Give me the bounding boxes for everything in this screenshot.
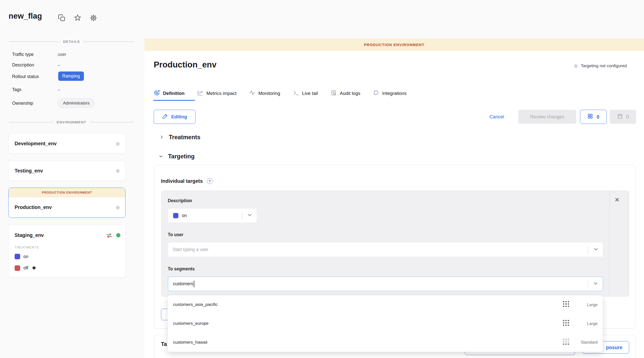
to-segments-combobox[interactable]: customers [168,276,603,291]
traffic-swap-icon [106,233,113,239]
treatment-select[interactable]: on [168,208,257,223]
star-icon[interactable] [74,14,81,22]
treatment-on-row: on [15,254,28,259]
puzzle-icon [373,90,379,97]
env-status-dot [116,142,120,146]
segment-option[interactable]: customers_hawaii Standard [168,333,603,352]
tab-label: Audit logs [340,91,360,96]
audit-document-icon [331,90,337,97]
environment-section-divider: ENVIRONMENT [9,120,134,124]
changes-counter-button[interactable]: 0 [580,110,607,124]
segment-option[interactable]: customers_asia_pacific Large [168,295,603,314]
production-environment-strip: PRODUCTION ENVIRONMENT [9,188,125,197]
status-dot-icon [574,64,578,68]
individual-target-card: ✕ Description on To user To segments cus… [161,190,629,297]
scheduled-count: 0 [626,114,629,120]
terminal-icon [293,90,299,97]
segment-size-grid-icon [563,319,569,328]
details-section-divider: DETAILS [9,40,134,44]
env-card-staging[interactable]: Staging_env TREATMENTS on off ✱ [8,225,125,278]
treatment-selected-value: on [182,213,187,218]
tab-label: Monitoring [259,91,280,96]
segment-size-grid-icon [563,301,569,309]
treatment-color-swatch [173,213,178,218]
treatments-label: TREATMENTS [15,246,39,249]
segment-name: customers_hawaii [173,340,563,345]
targeting-status: Targeting not configured [574,63,627,68]
scheduled-counter-button[interactable]: 0 [610,110,636,124]
select-divider [588,280,588,288]
tab-label: Definition [163,91,184,96]
copy-icon[interactable] [58,14,66,22]
definition-target-icon [154,90,160,97]
tab-label: Metrics impact [206,91,236,96]
production-environment-banner: PRODUCTION ENVIRONMENT [144,39,644,51]
detail-label-tags: Tags [12,87,21,92]
tab-label: Integrations [382,91,407,96]
text-caret [194,281,194,287]
treatments-section-header[interactable]: Treatments [159,134,200,141]
close-icon[interactable]: ✕ [615,197,620,203]
pencil-icon [162,113,168,120]
pulse-icon [249,90,255,97]
editing-button[interactable]: Editing [154,110,196,124]
select-divider [242,211,242,220]
flag-title: new_flag [9,12,42,21]
env-name: Development_env [15,141,57,147]
env-name: Testing_env [15,168,43,174]
chevron-down-icon [247,212,253,219]
detail-value-tags: – [58,87,60,92]
treatment-on-swatch [15,254,20,259]
help-icon[interactable]: ? [207,178,213,184]
segment-name: customers_europe [173,321,563,326]
tab-integrations[interactable]: Integrations [373,90,407,97]
env-status-dot [116,206,120,209]
targeting-section-header[interactable]: Targeting [159,153,195,160]
tab-monitoring[interactable]: Monitoring [249,90,280,97]
env-card-development[interactable]: Development_env [8,133,125,154]
detail-label-description: Description [12,62,34,68]
segment-size-label: Standard [574,340,598,345]
card-right-divider [609,190,610,297]
segment-size-grid-standard-icon [563,338,569,346]
cancel-button[interactable]: Cancel [490,110,504,124]
treatments-section-label: Treatments [169,134,200,141]
gear-icon[interactable] [90,14,97,22]
chevron-down-icon[interactable] [593,246,599,253]
environment-section-label: ENVIRONMENT [57,120,86,124]
calendar-icon [617,113,623,120]
treatment-off-swatch [15,265,20,271]
tab-audit-logs[interactable]: Audit logs [331,90,360,97]
to-user-input[interactable] [168,242,603,257]
targeting-section-label: Targeting [168,153,195,160]
bottom-section-heading: Ta [161,341,167,347]
review-changes-button[interactable]: Review changes [518,110,576,124]
metrics-chart-icon [197,90,203,97]
env-card-production[interactable]: PRODUCTION ENVIRONMENT Production_env [8,188,125,218]
editing-label: Editing [171,114,187,120]
description-field-label: Description [168,198,192,203]
tab-definition[interactable]: Definition [154,90,184,97]
tab-label: Live tail [302,91,318,96]
individual-targets-heading: Individual targets [161,178,203,184]
active-tab-underline [153,100,195,101]
select-divider [588,245,588,254]
default-treatment-asterisk-icon: ✱ [32,265,36,271]
to-segments-label: To segments [168,266,195,272]
detail-value-description: – [58,62,60,68]
tab-metrics-impact[interactable]: Metrics impact [197,90,236,97]
treatment-on-label: on [23,254,28,259]
to-user-label: To user [168,232,183,237]
tab-bar: Definition Metrics impact Monitoring Liv… [154,87,407,100]
segment-option[interactable]: customers_europe Large [168,314,603,333]
rollout-status-badge: Ramping [58,71,84,81]
detail-value-traffic-type: user [58,52,66,57]
grid-icon [587,113,593,120]
env-card-testing[interactable]: Testing_env [8,161,125,181]
changes-count: 0 [597,114,599,120]
detail-label-rollout-status: Rollout status [12,74,39,79]
treatment-off-row: off ✱ [15,265,36,271]
chevron-down-icon[interactable] [593,280,599,288]
tab-live-tail[interactable]: Live tail [293,90,318,97]
detail-label-traffic-type: Traffic type [12,52,34,57]
